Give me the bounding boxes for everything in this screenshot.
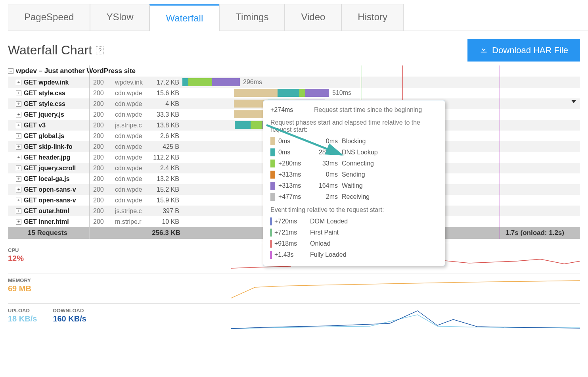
phase-offset: +477ms — [278, 193, 310, 200]
bar-segment-blocking — [234, 89, 278, 97]
tab-waterfall[interactable]: Waterfall — [149, 4, 219, 31]
timing-tooltip: +274ms Request start time since the begi… — [263, 100, 445, 266]
tooltip-events-grid: +720msDOM Loaded+721msFirst Paint+918msO… — [270, 217, 438, 259]
phase-name: Blocking — [342, 138, 438, 145]
phase-name: Receiving — [342, 193, 438, 200]
tab-yslow[interactable]: YSlow — [90, 4, 149, 31]
phase-offset: 0ms — [278, 138, 310, 145]
expand-icon[interactable]: + — [16, 90, 21, 96]
chevron-down-icon[interactable] — [571, 100, 576, 103]
phase-swatch — [270, 148, 275, 156]
request-domain: cdn.wpde — [115, 133, 153, 140]
memory-sparkline — [231, 277, 580, 299]
expand-icon[interactable]: + — [16, 112, 21, 117]
phase-name: Sending — [342, 171, 438, 178]
request-bar-cell: 510ms — [182, 88, 580, 98]
summary-size: 256.3 KB — [141, 229, 184, 237]
phase-duration: 2ms — [310, 193, 342, 200]
request-domain: cdn.wpde — [115, 154, 153, 161]
expand-icon[interactable]: + — [16, 208, 21, 214]
bar-segment-waiting — [212, 78, 240, 86]
help-icon[interactable]: ? — [96, 46, 104, 54]
bar-segment-dns — [278, 89, 299, 97]
expand-icon[interactable]: + — [16, 165, 21, 171]
expand-icon[interactable]: + — [16, 80, 21, 85]
request-row[interactable]: +GET style.css200cdn.wpde15.6 KB510ms — [8, 88, 580, 98]
request-name: GET skip-link-fo — [24, 143, 93, 150]
site-row[interactable]: − wpdev – Just another WordPress site — [8, 65, 580, 77]
event-swatch — [270, 251, 272, 259]
event-name: First Paint — [310, 229, 438, 236]
phase-offset: +313ms — [278, 171, 310, 178]
request-size: 425 B — [153, 143, 182, 150]
expand-icon[interactable]: + — [16, 219, 21, 225]
tab-bar: PageSpeedYSlowWaterfallTimingsVideoHisto… — [8, 4, 588, 31]
tab-pagespeed[interactable]: PageSpeed — [8, 4, 90, 31]
expand-icon[interactable]: + — [16, 144, 21, 150]
network-sparkline — [231, 308, 580, 329]
expand-icon[interactable]: + — [16, 101, 21, 107]
request-status: 200 — [93, 111, 115, 118]
tab-history[interactable]: History — [341, 4, 404, 31]
request-domain: wpdev.ink — [115, 79, 153, 86]
request-size: 10 KB — [153, 218, 182, 225]
waterfall-section: − wpdev – Just another WordPress site +G… — [0, 65, 588, 239]
request-domain: cdn.wpde — [115, 90, 153, 97]
expand-icon[interactable]: + — [16, 176, 21, 182]
page-title: Waterfall Chart ? — [8, 43, 104, 58]
phase-name: Connecting — [342, 160, 438, 167]
request-size: 17.2 KB — [153, 79, 182, 86]
request-status: 200 — [93, 122, 115, 129]
bar-segment-connect — [299, 89, 305, 97]
request-domain: cdn.wpde — [115, 175, 153, 183]
request-duration: 510ms — [332, 89, 351, 97]
phase-duration: 33ms — [310, 160, 342, 167]
collapse-icon[interactable]: − — [8, 68, 13, 74]
request-size: 13.8 KB — [153, 122, 182, 129]
request-size: 112.2 KB — [153, 154, 182, 161]
phase-offset: +313ms — [278, 182, 310, 189]
event-offset: +1.43s — [274, 251, 310, 258]
phase-duration: 0ms — [310, 171, 342, 178]
expand-icon[interactable]: + — [16, 133, 21, 139]
event-offset: +720ms — [274, 218, 310, 225]
tooltip-phase-grid: 0ms0msBlocking0ms280msDNS Lookup+280ms33… — [270, 137, 438, 201]
tab-timings[interactable]: Timings — [219, 4, 285, 31]
expand-icon[interactable]: + — [16, 123, 21, 128]
download-har-button[interactable]: Download HAR File — [467, 39, 580, 62]
page-title-text: Waterfall Chart — [8, 43, 92, 58]
request-name: GET jquery.js — [24, 111, 93, 118]
event-offset: +721ms — [274, 229, 310, 236]
phase-swatch — [270, 137, 275, 145]
request-size: 397 B — [153, 208, 182, 215]
tab-video[interactable]: Video — [285, 4, 341, 31]
request-status: 200 — [93, 175, 115, 183]
tooltip-start-desc: Request start time since the beginning — [314, 106, 422, 113]
expand-icon[interactable]: + — [16, 187, 21, 192]
request-domain: m.stripe.r — [115, 218, 153, 225]
request-status: 200 — [93, 154, 115, 161]
request-status: 200 — [93, 208, 115, 215]
request-name: GET header.jpg — [24, 154, 93, 161]
request-size: 2.6 KB — [153, 133, 182, 140]
request-size: 2.4 KB — [153, 165, 182, 172]
metric-network: UPLOAD 18 KB/s DOWNLOAD 160 KB/s — [8, 303, 580, 333]
request-status: 200 — [93, 79, 115, 86]
expand-icon[interactable]: + — [16, 198, 21, 203]
request-status: 200 — [93, 133, 115, 140]
request-domain: cdn.wpde — [115, 100, 153, 108]
request-status: 200 — [93, 186, 115, 193]
request-row[interactable]: +GET wpdev.ink200wpdev.ink17.2 KB296ms — [8, 77, 580, 88]
bar-segment-connect — [251, 121, 262, 129]
request-domain: cdn.wpde — [115, 186, 153, 193]
request-size: 13.2 KB — [153, 175, 182, 183]
event-swatch — [270, 240, 272, 248]
request-name: GET v3 — [24, 122, 93, 129]
expand-icon[interactable]: + — [16, 155, 21, 160]
metric-download-value: 160 KB/s — [53, 314, 86, 323]
event-name: DOM Loaded — [310, 218, 438, 225]
tooltip-events-desc: Event timing relative to the request sta… — [270, 206, 438, 214]
request-domain: js.stripe.c — [115, 208, 153, 215]
request-name: GET wpdev.ink — [24, 79, 93, 86]
download-label: Download HAR File — [492, 45, 568, 56]
